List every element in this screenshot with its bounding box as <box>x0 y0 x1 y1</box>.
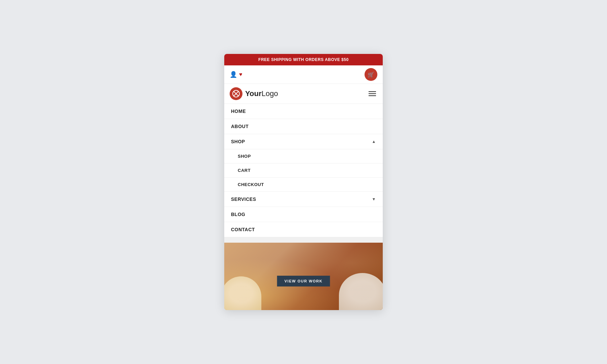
promo-banner: FREE SHIPPING WITH ORDERS ABOVE $50 <box>224 54 383 65</box>
cart-button[interactable]: 🛒 <box>365 68 377 81</box>
nav-item-about-label: ABOUT <box>231 124 249 129</box>
shop-chevron-icon: ▲ <box>372 139 376 144</box>
sub-nav-item-shop[interactable]: SHOP <box>224 149 383 163</box>
logo-regular: Logo <box>261 89 278 98</box>
nav-item-contact-label: CONTACT <box>231 227 255 232</box>
view-work-label: VIEW OUR WORK <box>285 279 323 283</box>
nav-item-shop-label: SHOP <box>231 139 245 144</box>
nav-item-home[interactable]: HOME <box>224 104 383 119</box>
hamburger-line-2 <box>369 93 376 94</box>
view-work-button[interactable]: VIEW OUR WORK <box>277 276 330 286</box>
phone-frame: FREE SHIPPING WITH ORDERS ABOVE $50 👤 ♥ … <box>224 54 383 310</box>
logo-text: YourLogo <box>245 89 278 98</box>
logo-bold: Your <box>245 89 261 98</box>
nav-menu: HOME ABOUT SHOP ▲ SHOP CART CHECKOUT SER… <box>224 104 383 238</box>
logo-container: YourLogo <box>230 87 278 100</box>
hero-area: VIEW OUR WORK <box>224 243 383 310</box>
heart-icon: ♥ <box>239 71 242 78</box>
sub-nav-cart-label: CART <box>238 168 251 173</box>
sub-nav-item-cart[interactable]: CART <box>224 163 383 178</box>
nav-item-contact[interactable]: CONTACT <box>224 222 383 237</box>
sub-nav-checkout-label: CHECKOUT <box>238 182 264 187</box>
hamburger-line-1 <box>369 91 376 92</box>
pillow-decoration-left <box>224 276 261 310</box>
nav-item-shop[interactable]: SHOP ▲ <box>224 134 383 149</box>
promo-text: FREE SHIPPING WITH ORDERS ABOVE $50 <box>258 57 349 62</box>
nav-item-blog-label: BLOG <box>231 212 245 217</box>
sub-nav-shop-label: SHOP <box>238 154 251 159</box>
logo-icon <box>230 87 242 100</box>
pillow-decoration-right <box>339 273 383 310</box>
sub-nav-item-checkout[interactable]: CHECKOUT <box>224 178 383 192</box>
utility-icons: 👤 ♥ <box>230 71 242 78</box>
services-chevron-icon: ▼ <box>372 197 376 202</box>
logo-svg-icon <box>232 90 240 97</box>
user-icon: 👤 <box>230 71 237 78</box>
nav-item-about[interactable]: ABOUT <box>224 119 383 134</box>
nav-item-blog[interactable]: BLOG <box>224 207 383 222</box>
logo-bar: YourLogo <box>224 84 383 104</box>
nav-item-services[interactable]: SERVICES ▼ <box>224 192 383 207</box>
hamburger-line-3 <box>369 95 376 96</box>
cart-icon: 🛒 <box>368 71 374 78</box>
nav-item-services-label: SERVICES <box>231 196 256 202</box>
nav-item-home-label: HOME <box>231 109 246 114</box>
utility-bar: 👤 ♥ 🛒 <box>224 65 383 84</box>
hamburger-menu-button[interactable] <box>367 90 377 97</box>
